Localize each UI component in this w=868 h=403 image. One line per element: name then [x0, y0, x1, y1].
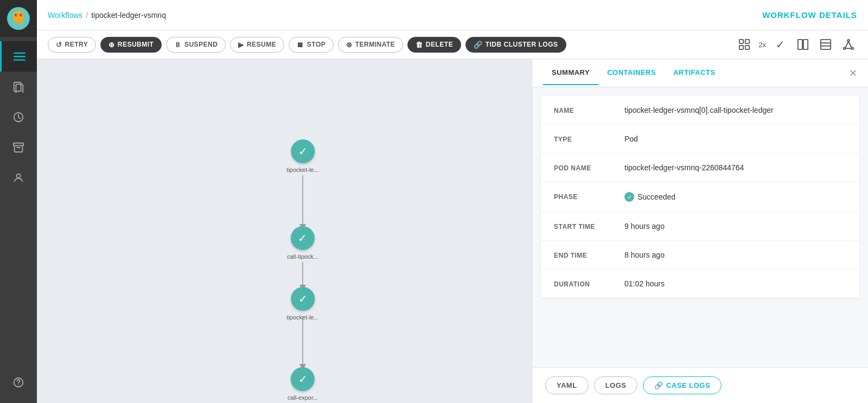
retry-button[interactable]: ↺ RETRY: [48, 37, 96, 53]
copy-icon: [12, 81, 24, 93]
topbar: Workflows / tipocket-ledger-vsmnq WORKFL…: [37, 0, 868, 30]
svg-rect-7: [14, 60, 25, 61]
node-label-2: call-tipock...: [287, 253, 318, 260]
check-icon[interactable]: ✓: [771, 36, 789, 53]
workflow-node-3[interactable]: ✓ tipocket-le...: [286, 287, 318, 321]
workflow-graph-area[interactable]: ✓ tipocket-le... ✓ call-tipock... ✓ tipo…: [37, 59, 532, 403]
name-label: NAME: [554, 106, 624, 114]
breadcrumb-current: tipocket-ledger-vsmnq: [91, 11, 166, 20]
node-circle-2: ✓: [291, 226, 315, 250]
right-panel: SUMMARY CONTAINERS ARTIFACTS ✕ NAME tipo…: [532, 59, 868, 403]
menu-icon: [14, 50, 25, 62]
main-content: Workflows / tipocket-ledger-vsmnq WORKFL…: [37, 0, 868, 403]
svg-point-26: [852, 48, 854, 50]
node-circle-4: ✓: [291, 367, 315, 391]
svg-point-12: [16, 174, 20, 178]
sidebar-item-help[interactable]: [0, 367, 37, 398]
logs-button[interactable]: LOGS: [594, 376, 638, 394]
plus-icon: ⊕: [108, 41, 115, 49]
tidb-cluster-logs-button[interactable]: 🔗 TIDB CLUSTER LOGS: [465, 37, 566, 53]
phase-succeeded-badge: ✓ Succeeded: [624, 192, 846, 202]
sidebar-item-workflows[interactable]: [0, 72, 37, 102]
history-icon: [12, 111, 24, 123]
resume-button[interactable]: ▶ RESUME: [230, 37, 284, 53]
pod-name-value: tipocket-ledger-vsmnq-2260844764: [624, 163, 846, 172]
zoom-level: 2x: [758, 41, 766, 49]
user-icon: [12, 172, 24, 184]
stop-icon: ⏹: [297, 41, 304, 49]
detail-row-type: TYPE Pod: [541, 125, 859, 153]
svg-point-25: [844, 48, 846, 50]
sidebar-item-user[interactable]: [0, 163, 37, 193]
start-time-value: 9 hours ago: [624, 222, 846, 231]
detail-row-name: NAME tipocket-ledger-vsmnq[0].call-tipoc…: [541, 96, 859, 125]
name-value: tipocket-ledger-vsmnq[0].call-tipocket-l…: [624, 106, 846, 114]
stop-button[interactable]: ⏹ STOP: [289, 37, 334, 53]
retry-icon: ↺: [56, 41, 62, 49]
node-label-3: tipocket-le...: [286, 314, 318, 321]
detail-row-phase: PHASE ✓ Succeeded: [541, 182, 859, 212]
type-label: TYPE: [554, 135, 624, 143]
svg-rect-19: [798, 40, 802, 49]
end-time-label: END TIME: [554, 251, 624, 259]
app-logo: [7, 7, 30, 30]
node-circle-3: ✓: [291, 287, 315, 311]
svg-point-3: [16, 15, 17, 16]
workflow-node-4[interactable]: ✓ call-expor...: [288, 367, 318, 401]
yaml-button[interactable]: YAML: [545, 376, 589, 394]
connector-lines: [37, 59, 532, 403]
node-view-icon[interactable]: [736, 36, 753, 53]
duration-label: DURATION: [554, 279, 624, 288]
pause-icon: ⏸: [174, 41, 182, 49]
sidebar-item-menu[interactable]: [0, 41, 37, 72]
graph-view-icon[interactable]: [840, 36, 857, 53]
suspend-button[interactable]: ⏸ SUSPEND: [166, 37, 226, 53]
workflow-node-2[interactable]: ✓ call-tipock...: [287, 226, 318, 260]
type-value: Pod: [624, 135, 846, 143]
content-area: ✓ tipocket-le... ✓ call-tipock... ✓ tipo…: [37, 59, 868, 403]
toolbar-right: 2x ✓: [736, 36, 857, 53]
case-logs-link-icon: 🔗: [654, 381, 663, 389]
page-title: WORKFLOW DETAILS: [762, 10, 857, 20]
panel-header: SUMMARY CONTAINERS ARTIFACTS ✕: [532, 59, 868, 87]
duration-value: 01:02 hours: [624, 279, 846, 288]
detail-row-end-time: END TIME 8 hours ago: [541, 241, 859, 270]
tab-summary[interactable]: SUMMARY: [543, 61, 598, 85]
svg-rect-16: [745, 40, 749, 43]
pod-name-label: POD NAME: [554, 163, 624, 172]
svg-line-27: [846, 42, 849, 48]
detail-row-start-time: START TIME 9 hours ago: [541, 212, 859, 241]
delete-button[interactable]: 🗑 DELETE: [407, 37, 461, 53]
node-label-1: tipocket-le...: [286, 167, 318, 173]
svg-rect-6: [14, 56, 25, 57]
terminate-button[interactable]: ⊗ TERMINATE: [338, 37, 403, 53]
node-circle-1: ✓: [291, 139, 315, 163]
sidebar-item-history[interactable]: [0, 102, 37, 132]
x-circle-icon: ⊗: [346, 41, 353, 49]
tab-containers[interactable]: CONTAINERS: [598, 61, 665, 85]
play-icon: ▶: [238, 41, 244, 49]
sidebar-logo: [0, 0, 37, 37]
svg-rect-11: [14, 143, 23, 146]
sidebar-item-archive[interactable]: [0, 132, 37, 163]
breadcrumb-workflows-link[interactable]: Workflows: [48, 11, 82, 20]
svg-rect-21: [821, 40, 831, 49]
panel-content: NAME tipocket-ledger-vsmnq[0].call-tipoc…: [532, 87, 868, 367]
tab-artifacts[interactable]: ARTIFACTS: [665, 61, 724, 85]
resubmit-button[interactable]: ⊕ RESUBMIT: [100, 37, 162, 53]
svg-rect-18: [745, 46, 749, 49]
workflow-node-1[interactable]: ✓ tipocket-le...: [286, 139, 318, 173]
detail-row-pod-name: POD NAME tipocket-ledger-vsmnq-226084476…: [541, 153, 859, 182]
panel-actions: YAML LOGS 🔗 CASE LOGS: [532, 367, 868, 403]
svg-rect-15: [739, 40, 743, 43]
svg-point-4: [21, 15, 22, 16]
svg-rect-20: [803, 40, 808, 49]
list-view-icon[interactable]: [817, 36, 834, 53]
svg-rect-8: [14, 82, 21, 92]
phase-label: PHASE: [554, 192, 624, 201]
case-logs-button[interactable]: 🔗 CASE LOGS: [643, 376, 722, 394]
svg-point-14: [18, 385, 18, 385]
split-view-icon[interactable]: [794, 36, 812, 53]
end-time-value: 8 hours ago: [624, 251, 846, 259]
close-button[interactable]: ✕: [849, 68, 857, 78]
